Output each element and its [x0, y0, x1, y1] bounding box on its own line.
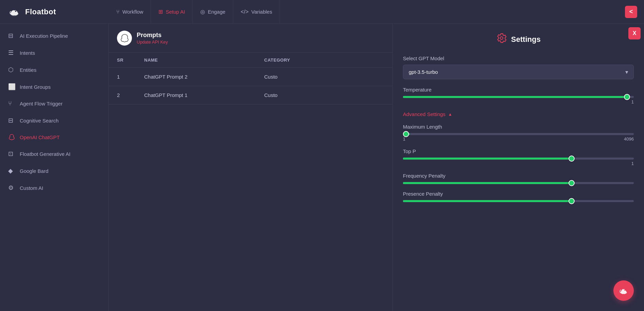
row1-sr: 1: [117, 74, 144, 80]
advanced-label: Advanced Settings: [403, 111, 445, 117]
nav-right: <: [625, 6, 644, 18]
sidebar-label-custom-ai: Custom AI: [20, 185, 43, 191]
presence-penalty-track: [403, 200, 634, 202]
sidebar-item-agent-flow-trigger[interactable]: ⑂ Agent Flow Trigger: [0, 95, 108, 112]
model-select[interactable]: gpt-3.5-turbo gpt-4 gpt-4-turbo: [403, 65, 634, 79]
openai-icon: [8, 134, 16, 141]
tab-engage-label: Engage: [208, 9, 225, 15]
row2-sr: 2: [117, 92, 144, 98]
top-nav: Floatbot ⑂ Workflow ⊞ Setup AI ◎ Engage …: [0, 0, 644, 24]
settings-panel: X Settings Select GPT Model gpt-3.5-turb…: [392, 24, 644, 311]
top-p-label: Top P: [403, 148, 634, 154]
prompts-icon: [117, 31, 132, 46]
top-p-section: Top P 1: [403, 148, 634, 166]
max-length-thumb[interactable]: [403, 131, 409, 137]
presence-penalty-thumb[interactable]: [569, 198, 575, 204]
setup-ai-icon: ⊞: [158, 9, 163, 15]
settings-gear-icon: [496, 33, 507, 46]
settings-title: Settings: [511, 35, 541, 44]
presence-penalty-section: Presence Penalty: [403, 191, 634, 202]
tab-variables-label: Variables: [251, 9, 272, 15]
sidebar-label-cognitive-search: Cognitive Search: [20, 118, 58, 124]
sidebar-label-agent-flow: Agent Flow Trigger: [20, 101, 63, 107]
temperature-thumb[interactable]: [624, 94, 630, 100]
frequency-penalty-label: Frequency Penalty: [403, 173, 634, 179]
prompts-title: Prompts: [137, 32, 168, 39]
sidebar-item-ai-execution-pipeline[interactable]: ⊟ AI Execution Pipeline: [0, 27, 108, 44]
temperature-fill: [403, 96, 627, 98]
tab-setup-ai[interactable]: ⊞ Setup AI: [151, 0, 193, 23]
model-select-wrapper: gpt-3.5-turbo gpt-4 gpt-4-turbo ▼: [403, 65, 634, 79]
sidebar-item-entities[interactable]: ⬡ Entities: [0, 61, 108, 78]
row2-category: Custo: [264, 92, 384, 98]
svg-point-2: [15, 11, 16, 12]
floatbot-gen-ai-icon: ⊡: [8, 150, 16, 158]
row2-name: ChatGPT Prompt 1: [144, 92, 264, 98]
app-name: Floatbot: [25, 7, 56, 16]
prompts-info: Prompts Update API Key: [137, 32, 168, 45]
advanced-settings-toggle[interactable]: Advanced Settings ▲: [403, 111, 634, 117]
tab-setup-ai-label: Setup AI: [166, 9, 185, 15]
temperature-slider-row: [403, 96, 634, 98]
settings-close-button[interactable]: X: [628, 27, 641, 39]
google-bard-icon: ◆: [8, 167, 16, 175]
temperature-section: Temperature 1: [403, 87, 634, 104]
presence-penalty-fill: [403, 200, 572, 202]
content-area: Prompts Update API Key SR NAME CATEGORY …: [109, 24, 392, 311]
floatbot-fab[interactable]: [613, 280, 634, 301]
nav-tabs: ⑂ Workflow ⊞ Setup AI ◎ Engage </> Varia…: [109, 0, 625, 23]
sidebar-item-google-bard[interactable]: ◆ Google Bard: [0, 162, 108, 179]
presence-penalty-slider-row: [403, 200, 634, 202]
temperature-track: [403, 96, 634, 98]
max-length-section: Maximum Length 1 4096: [403, 124, 634, 142]
entities-icon: ⬡: [8, 66, 16, 73]
row1-category: Custo: [264, 74, 384, 80]
row1-name: ChatGPT Prompt 2: [144, 74, 264, 80]
cognitive-search-icon: ⊟: [8, 117, 16, 124]
prompts-section: Prompts Update API Key SR NAME CATEGORY …: [109, 24, 392, 311]
sidebar-label-openai: OpenAI ChatGPT: [20, 134, 60, 140]
top-p-val-row: 1: [403, 161, 634, 166]
top-p-slider-row: [403, 158, 634, 160]
sidebar-item-openai-chatgpt[interactable]: OpenAI ChatGPT: [0, 129, 108, 145]
sidebar-item-cognitive-search[interactable]: ⊟ Cognitive Search: [0, 112, 108, 129]
main-layout: ⊟ AI Execution Pipeline ☰ Intents ⬡ Enti…: [0, 24, 644, 311]
frequency-penalty-thumb[interactable]: [569, 180, 575, 186]
sidebar-item-intent-groups[interactable]: ⬜ Intent Groups: [0, 78, 108, 95]
sidebar-item-floatbot-gen-ai[interactable]: ⊡ Floatbot Generative AI: [0, 145, 108, 162]
sidebar-label-ai-execution: AI Execution Pipeline: [20, 33, 68, 39]
prompts-subtitle: Update API Key: [137, 39, 168, 45]
table-row[interactable]: 2 ChatGPT Prompt 1 Custo: [109, 86, 392, 104]
variables-icon: </>: [241, 9, 249, 15]
agent-flow-icon: ⑂: [8, 100, 16, 107]
table-row[interactable]: 1 ChatGPT Prompt 2 Custo: [109, 68, 392, 86]
settings-header: Settings: [403, 31, 634, 46]
fab-bird-icon: [617, 284, 630, 297]
prompts-header: Prompts Update API Key: [109, 24, 392, 53]
frequency-penalty-fill: [403, 182, 572, 184]
presence-penalty-label: Presence Penalty: [403, 191, 634, 197]
sidebar-item-intents[interactable]: ☰ Intents: [0, 44, 108, 61]
sidebar-label-floatbot-gen-ai: Floatbot Generative AI: [20, 151, 70, 157]
intents-icon: ☰: [8, 49, 16, 56]
top-p-fill: [403, 158, 572, 160]
logo-area: Floatbot: [0, 4, 109, 19]
prompts-table: SR NAME CATEGORY 1 ChatGPT Prompt 2 Cust…: [109, 53, 392, 104]
sidebar-label-google-bard: Google Bard: [20, 168, 48, 174]
max-length-min: 1: [403, 136, 405, 142]
temperature-max: 1: [631, 99, 634, 104]
temperature-label: Temperature: [403, 87, 634, 93]
ai-execution-icon: ⊟: [8, 32, 16, 39]
top-p-thumb[interactable]: [569, 156, 575, 162]
tab-workflow[interactable]: ⑂ Workflow: [109, 0, 151, 23]
tab-engage[interactable]: ◎ Engage: [193, 0, 233, 23]
tab-variables[interactable]: </> Variables: [233, 0, 280, 23]
sidebar-label-entities: Entities: [20, 67, 36, 73]
back-button[interactable]: <: [625, 6, 637, 18]
logo-icon: [7, 4, 22, 19]
max-length-val-row: 1 4096: [403, 136, 634, 142]
top-p-max: 1: [631, 161, 634, 166]
max-length-slider-row: [403, 133, 634, 135]
sidebar-item-custom-ai[interactable]: ⚙ Custom AI: [0, 179, 108, 196]
svg-point-3: [624, 289, 626, 291]
